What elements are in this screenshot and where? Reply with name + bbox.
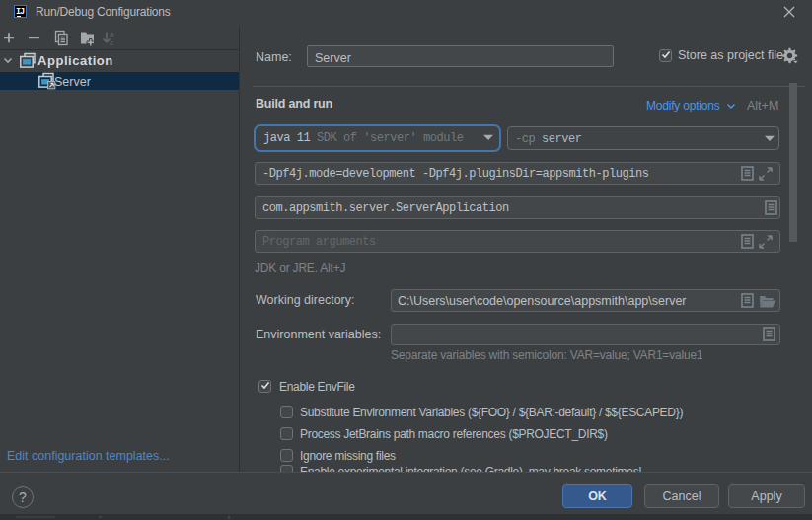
svg-text:z: z (110, 38, 113, 47)
